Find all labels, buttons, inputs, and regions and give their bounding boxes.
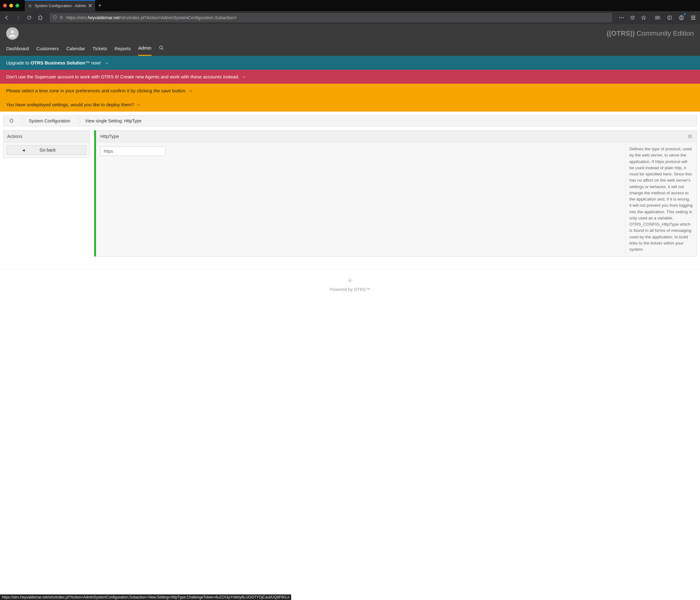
tab-close-icon[interactable]	[88, 4, 92, 8]
user-avatar[interactable]	[6, 27, 19, 40]
content-area: Actions ◀ Go back HttpType	[0, 130, 700, 263]
arrow-right-icon: →	[241, 74, 246, 79]
home-icon	[9, 118, 14, 124]
window-minimize-button[interactable]	[9, 4, 13, 7]
arrow-right-icon: →	[104, 60, 109, 65]
account-icon[interactable]	[677, 13, 686, 22]
actions-panel: Actions ◀ Go back	[3, 130, 90, 158]
status-bar: https://otrs.heyvaldemar.net/otrs/index.…	[0, 594, 291, 600]
banner-undeployed[interactable]: You have undeployed settings, would you …	[0, 98, 700, 112]
footer-logo-icon	[0, 278, 700, 285]
app-menu-icon[interactable]	[689, 13, 698, 22]
browser-tab-title: System Configuration - Admin	[35, 4, 86, 8]
shield-icon	[53, 15, 57, 21]
footer-text: Powered by OTRS™	[0, 287, 700, 292]
nav-reports[interactable]: Reports	[115, 45, 131, 55]
window-close-button[interactable]	[3, 4, 7, 7]
nav-reload-button[interactable]	[25, 13, 33, 22]
setting-title: HttpType	[100, 134, 119, 139]
triangle-left-icon: ◀	[22, 148, 25, 152]
setting-panel: HttpType Defines the type of protocol, u…	[94, 130, 697, 257]
breadcrumb-current: View single Setting: HttpType	[77, 116, 148, 126]
window-zoom-button[interactable]	[16, 4, 19, 7]
breadcrumb-home[interactable]	[3, 116, 21, 126]
main-nav: Dashboard Customers Calendar Tickets Rep…	[0, 40, 700, 56]
tab-favicon-icon	[28, 4, 32, 8]
nav-dashboard[interactable]: Dashboard	[6, 45, 29, 55]
nav-calendar[interactable]: Calendar	[66, 45, 85, 55]
svg-point-20	[159, 46, 162, 49]
breadcrumb: System Configuration View single Setting…	[3, 115, 697, 126]
svg-point-7	[623, 17, 624, 18]
nav-tickets[interactable]: Tickets	[93, 45, 107, 55]
nav-back-button[interactable]	[2, 13, 11, 22]
new-tab-button[interactable]: +	[95, 2, 104, 9]
brand-text: ((OTRS)) Community Edition	[607, 29, 694, 38]
pocket-icon[interactable]	[628, 13, 637, 22]
arrow-right-icon: →	[136, 102, 141, 107]
breadcrumb-sysconfig[interactable]: System Configuration	[21, 116, 77, 126]
setting-description: Defines the type of protocol, used by th…	[625, 142, 697, 256]
svg-line-21	[162, 48, 163, 50]
url-text: https://otrs.heyvaldemar.net/otrs/index.…	[66, 15, 236, 20]
svg-rect-4	[60, 17, 62, 19]
url-bar[interactable]: https://otrs.heyvaldemar.net/otrs/index.…	[50, 13, 612, 22]
banner-upgrade[interactable]: Upgrade to OTRS Business Solution™ now! …	[0, 56, 700, 70]
window-controls	[3, 4, 19, 7]
page-actions-icon[interactable]	[617, 13, 626, 22]
nav-forward-button[interactable]	[14, 13, 22, 22]
banner-superuser-warning[interactable]: Don't use the Superuser account to work …	[0, 70, 700, 84]
nav-home-button[interactable]	[36, 13, 45, 22]
go-back-label: Go back	[40, 147, 56, 152]
browser-tab-strip: System Configuration - Admin +	[0, 0, 700, 11]
browser-toolbar: https://otrs.heyvaldemar.net/otrs/index.…	[0, 11, 700, 24]
go-back-button[interactable]: ◀ Go back	[6, 145, 86, 155]
svg-point-6	[621, 17, 622, 18]
browser-tab[interactable]: System Configuration - Admin	[25, 0, 95, 11]
svg-point-19	[11, 30, 14, 33]
svg-rect-12	[668, 16, 672, 20]
nav-search-icon[interactable]	[159, 45, 164, 55]
nav-customers[interactable]: Customers	[36, 45, 59, 55]
bookmark-star-icon[interactable]	[639, 13, 648, 22]
footer: Powered by OTRS™	[0, 269, 700, 304]
arrow-right-icon: →	[188, 88, 193, 93]
setting-menu-icon[interactable]	[688, 135, 692, 138]
library-icon[interactable]	[653, 13, 662, 22]
sidebar-toggle-icon[interactable]	[665, 13, 674, 22]
setting-value-input[interactable]	[100, 147, 166, 156]
actions-panel-header: Actions	[3, 130, 90, 142]
banner-timezone[interactable]: Please select a time zone in your prefer…	[0, 84, 700, 98]
svg-point-5	[619, 17, 620, 18]
svg-point-15	[681, 17, 682, 18]
app-header: ((OTRS)) Community Edition Dashboard Cus…	[0, 24, 700, 56]
nav-admin[interactable]: Admin	[138, 44, 151, 56]
svg-line-11	[659, 16, 660, 20]
lock-icon	[59, 15, 63, 21]
